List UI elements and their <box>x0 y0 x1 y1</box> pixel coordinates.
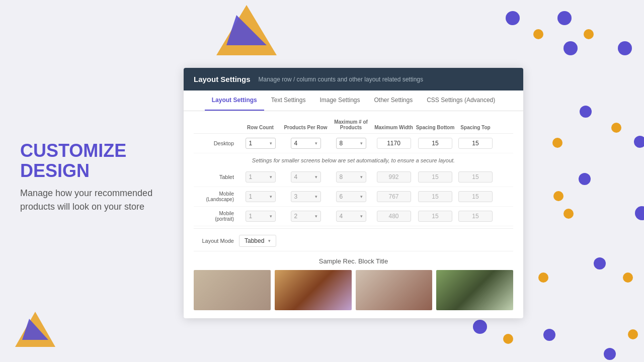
select-mp-max-products[interactable]: 4 ▾ <box>336 211 366 222</box>
dot-8 <box>634 136 644 148</box>
select-desktop-per-row[interactable]: 4 ▾ <box>291 138 321 149</box>
th-row-count: Row Count <box>239 125 282 130</box>
dot-18 <box>473 320 487 334</box>
select-mp-row-count[interactable]: 1 ▾ <box>246 211 276 222</box>
chevron-down-icon: ▾ <box>270 174 272 179</box>
customize-title: CUSTOMIZE DESIGN <box>20 141 161 180</box>
customize-description: Manage how your recommended products wil… <box>20 187 161 214</box>
layout-mode-row: Layout Mode Tabbed ▾ <box>194 228 513 251</box>
input-desktop-spacing-top[interactable] <box>458 138 493 149</box>
col-mp-row-count: 1 ▾ <box>239 211 282 222</box>
dot-17 <box>538 273 548 283</box>
th-spacing-bottom: Spacing Bottom <box>415 125 455 130</box>
col-desktop-per-row: 4 ▾ <box>282 138 330 149</box>
chevron-down-icon: ▾ <box>360 141 363 146</box>
card-header: Layout Settings Manage row / column coun… <box>184 68 523 90</box>
dot-22 <box>628 329 638 339</box>
tab-layout-settings[interactable]: Layout Settings <box>205 90 264 111</box>
chevron-down-icon: ▾ <box>270 214 272 219</box>
dot-4 <box>584 29 594 39</box>
select-desktop-max-products[interactable]: 8 ▾ <box>336 138 366 149</box>
select-desktop-row-count[interactable]: 1 ▾ <box>246 138 276 149</box>
dot-7 <box>580 106 592 118</box>
chevron-down-icon: ▾ <box>315 194 317 199</box>
dot-10 <box>552 138 562 148</box>
select-ml-row-count[interactable]: 1 ▾ <box>246 191 276 202</box>
col-ml-max-width <box>372 191 415 202</box>
row-label-mobile-portrait: Mobile(portrait) <box>194 211 239 222</box>
input-mp-spacing-bottom[interactable] <box>418 211 452 222</box>
row-label-mobile-landscape: Mobile(Landscape) <box>194 191 239 202</box>
layout-mode-value: Tabbed <box>245 237 264 244</box>
chevron-down-icon: ▾ <box>315 214 317 219</box>
input-tablet-spacing-bottom[interactable] <box>418 171 452 183</box>
input-mp-spacing-top[interactable] <box>458 211 493 222</box>
select-tablet-row-count[interactable]: 1 ▾ <box>246 171 276 183</box>
row-label-desktop: Desktop <box>194 140 239 146</box>
sample-image-3 <box>356 270 433 310</box>
row-desktop: Desktop 1 ▾ 4 ▾ 8 ▾ <box>194 134 513 153</box>
sample-image-1 <box>194 270 271 310</box>
col-ml-per-row: 3 ▾ <box>282 191 330 202</box>
input-desktop-spacing-bottom[interactable] <box>418 138 452 149</box>
tab-text-settings[interactable]: Text Settings <box>264 90 313 111</box>
notice-row: Settings for smaller screens below are s… <box>194 153 513 167</box>
chevron-down-icon: ▾ <box>360 194 363 199</box>
tab-css-settings[interactable]: CSS Settings (Advanced) <box>420 90 502 111</box>
col-mp-max-products: 4 ▾ <box>330 211 372 222</box>
sample-block: Sample Rec. Block Title <box>194 251 513 310</box>
input-tablet-max-width[interactable] <box>377 171 411 183</box>
layout-mode-select[interactable]: Tabbed ▾ <box>239 235 276 247</box>
col-desktop-max-width <box>372 138 415 149</box>
select-tablet-max-products[interactable]: 8 ▾ <box>336 171 366 183</box>
dot-1 <box>506 11 520 25</box>
dot-2 <box>557 11 572 25</box>
col-desktop-max-products: 8 ▾ <box>330 138 372 149</box>
input-tablet-spacing-top[interactable] <box>458 171 493 183</box>
col-ml-max-products: 6 ▾ <box>330 191 372 202</box>
chevron-down-icon: ▾ <box>315 174 317 179</box>
input-ml-spacing-top[interactable] <box>458 191 493 202</box>
col-mp-spacing-top <box>455 211 496 222</box>
tab-image-settings[interactable]: Image Settings <box>312 90 367 111</box>
tab-other-settings[interactable]: Other Settings <box>367 90 420 111</box>
dot-13 <box>564 209 574 219</box>
dot-9 <box>611 123 621 133</box>
dot-12 <box>553 191 564 201</box>
col-ml-row-count: 1 ▾ <box>239 191 282 202</box>
col-tablet-max-products: 8 ▾ <box>330 171 372 183</box>
col-mp-per-row: 2 ▾ <box>282 211 330 222</box>
col-ml-spacing-bottom <box>415 191 455 202</box>
th-max-products: Maximum # of Products <box>330 119 372 130</box>
dot-6 <box>618 41 632 55</box>
col-ml-spacing-top <box>455 191 496 202</box>
select-mp-per-row[interactable]: 2 ▾ <box>291 211 321 222</box>
col-desktop-spacing-top <box>455 138 496 149</box>
input-mp-max-width[interactable] <box>377 211 411 222</box>
dot-16 <box>623 273 633 283</box>
th-max-width: Maximum Width <box>372 125 415 130</box>
select-ml-max-products[interactable]: 6 ▾ <box>336 191 366 202</box>
settings-card: Layout Settings Manage row / column coun… <box>184 68 523 318</box>
chevron-down-icon: ▾ <box>315 141 317 146</box>
dot-21 <box>604 348 616 360</box>
row-label-tablet: Tablet <box>194 174 239 180</box>
col-mp-max-width <box>372 211 415 222</box>
col-tablet-per-row: 4 ▾ <box>282 171 330 183</box>
col-desktop-spacing-bottom <box>415 138 455 149</box>
select-tablet-per-row[interactable]: 4 ▾ <box>291 171 321 183</box>
input-ml-spacing-bottom[interactable] <box>418 191 452 202</box>
chevron-down-icon: ▾ <box>360 214 363 219</box>
dot-5 <box>564 41 578 55</box>
input-ml-max-width[interactable] <box>377 191 411 202</box>
th-spacing-top: Spacing Top <box>455 125 496 130</box>
dot-19 <box>503 334 513 344</box>
card-header-title: Layout Settings <box>194 75 251 83</box>
dot-20 <box>543 329 555 341</box>
input-desktop-max-width[interactable] <box>377 138 411 149</box>
select-ml-per-row[interactable]: 3 ▾ <box>291 191 321 202</box>
logo-bottom <box>15 312 55 347</box>
settings-table: Row Count Products Per Row Maximum # of … <box>194 119 513 251</box>
dot-15 <box>594 257 606 269</box>
col-tablet-max-width <box>372 171 415 183</box>
